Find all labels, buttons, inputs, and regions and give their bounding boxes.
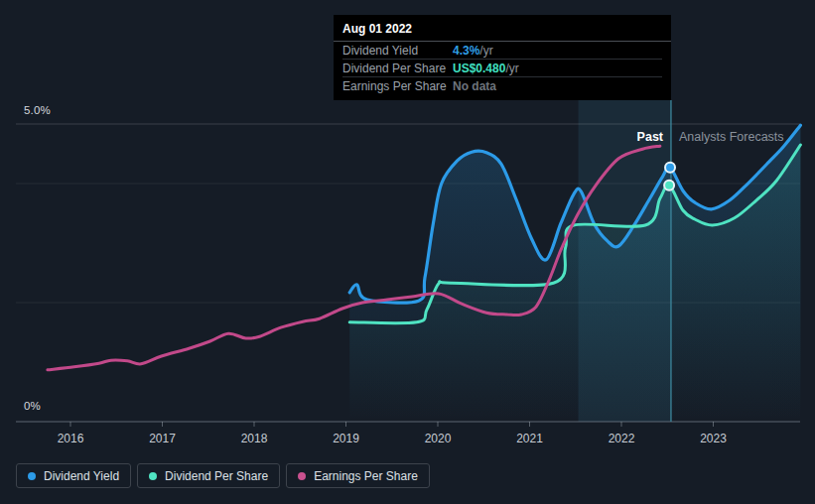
tooltip-value: 4.3%	[453, 44, 479, 58]
legend-label: Dividend Per Share	[165, 469, 268, 483]
legend-label: Dividend Yield	[44, 469, 119, 483]
earnings-per-share-dot-icon	[298, 472, 306, 480]
tooltip-label: Earnings Per Share	[342, 79, 453, 93]
legend-item-earnings-per-share[interactable]: Earnings Per Share	[286, 463, 430, 488]
x-axis-label: 2022	[609, 432, 635, 445]
tooltip-date: Aug 01 2022	[334, 15, 671, 42]
series-area-dividend_per_share	[349, 145, 800, 422]
x-axis-label: 2019	[333, 432, 359, 445]
tooltip-label: Dividend Yield	[342, 44, 453, 58]
x-axis-label: 2023	[700, 432, 727, 445]
chart-tooltip: Aug 01 2022 Dividend Yield 4.3% /yr Divi…	[334, 15, 671, 100]
tooltip-value: No data	[453, 79, 496, 93]
analysts-forecasts-label: Analysts Forecasts	[679, 130, 784, 144]
y-axis-label-zero: 0%	[24, 400, 41, 412]
legend-item-dividend-yield[interactable]: Dividend Yield	[16, 463, 131, 488]
legend-label: Earnings Per Share	[314, 469, 418, 483]
x-axis-label: 2016	[58, 432, 84, 445]
tooltip-label: Dividend Per Share	[342, 62, 453, 75]
x-axis-label: 2018	[241, 432, 268, 445]
legend-item-dividend-per-share[interactable]: Dividend Per Share	[137, 463, 280, 488]
x-axis-label: 2020	[425, 432, 452, 445]
tooltip-value-suffix: /yr	[479, 44, 492, 58]
x-axis-label: 2021	[516, 432, 543, 445]
legend: Dividend Yield Dividend Per Share Earnin…	[16, 463, 430, 488]
dividend-per-share-dot-icon	[149, 472, 157, 480]
tooltip-row-earnings-per-share: Earnings Per Share No data	[342, 77, 662, 94]
tooltip-value-suffix: /yr	[505, 62, 518, 75]
past-label: Past	[637, 130, 663, 144]
tooltip-row-dividend-per-share: Dividend Per Share US$0.480 /yr	[342, 60, 662, 77]
tooltip-row-dividend-yield: Dividend Yield 4.3% /yr	[342, 42, 662, 60]
x-axis-label: 2017	[149, 432, 176, 445]
cursor-dot-dividend_per_share	[664, 181, 674, 190]
dividend-yield-dot-icon	[28, 472, 36, 480]
dividend-chart-panel: 20162017201820192020202120222023 5.0% 0%…	[0, 0, 815, 504]
tooltip-value: US$0.480	[453, 62, 505, 75]
y-axis-label-max: 5.0%	[24, 104, 51, 116]
cursor-dot-dividend_yield	[665, 163, 675, 173]
